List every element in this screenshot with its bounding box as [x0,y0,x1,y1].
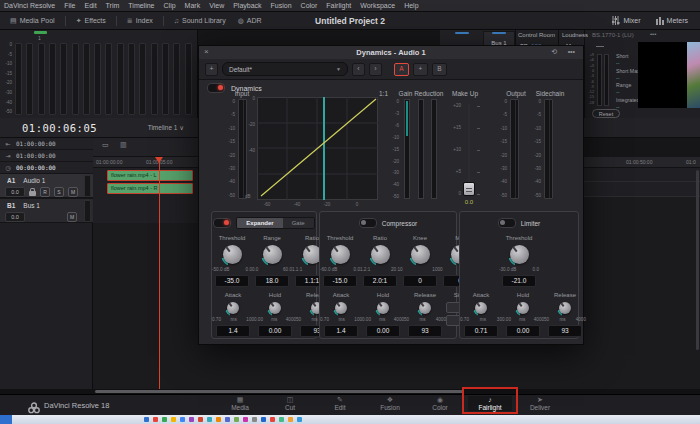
limiter-attack-value[interactable]: 0.71 [464,325,498,337]
add-preset-button[interactable]: + [205,63,218,76]
menu-timeline[interactable]: Timeline [128,2,154,9]
toolbar-index[interactable]: ≣Index [123,15,157,27]
tab-expander[interactable]: Expander [237,218,282,228]
compressor-ratio-knob[interactable] [369,243,392,266]
expander-threshold-value[interactable]: -35.0 [215,275,249,287]
page-tab-media[interactable]: ▦Media [218,396,262,411]
timeline-selector[interactable]: Timeline 1 ∨ [148,124,198,132]
limiter-attack-knob[interactable] [473,300,489,316]
menu-davinci-resolve[interactable]: DaVinci Resolve [4,2,55,9]
taskbar-icon[interactable] [225,417,230,422]
limiter-enable-toggle[interactable] [498,218,516,228]
taskbar-icon[interactable] [243,417,248,422]
toolbar-media-pool[interactable]: ▤Media Pool [6,15,59,27]
limiter-threshold-knob[interactable] [508,243,531,266]
page-tab-deliver[interactable]: ➤Deliver [518,396,562,411]
compressor-attack-value[interactable]: 1.4 [324,325,358,337]
menu-trim[interactable]: Trim [106,2,120,9]
expander-attack-knob[interactable] [225,300,241,316]
limiter-hold-knob[interactable] [515,300,531,316]
page-tab-fusion[interactable]: ❖Fusion [368,396,412,411]
page-tab-cut[interactable]: ◫Cut [268,396,312,411]
track-header-B1[interactable]: B1Bus 10.0M [0,199,93,223]
solo-button[interactable]: S [54,187,64,197]
loudness-options-icon[interactable]: ••• [650,31,656,37]
compressor-release-knob[interactable] [417,300,433,316]
lock-icon[interactable] [29,191,36,196]
audio-clip-left[interactable]: flower rain.mp4 - L [107,170,193,181]
expander-range-knob[interactable] [261,243,284,266]
options-icon[interactable]: ••• [568,48,575,55]
taskbar-icon[interactable] [234,417,239,422]
taskbar-icon[interactable] [216,417,221,422]
goto-end-icon[interactable]: ⇥ [0,152,16,159]
menu-fairlight[interactable]: Fairlight [326,2,351,9]
reset-button[interactable]: Reset [592,109,620,118]
goto-start-icon[interactable]: ⇤ [0,140,16,147]
menu-view[interactable]: View [209,2,224,9]
taskbar-icon[interactable] [279,417,284,422]
menu-color[interactable]: Color [301,2,318,9]
ab-copy-button[interactable]: + [413,63,428,76]
track-header-A1[interactable]: A1Audio 10.0RSM [0,174,93,198]
taskbar-icon[interactable] [144,417,149,422]
compressor-knee-knob[interactable] [409,243,432,266]
menu-edit[interactable]: Edit [85,2,97,9]
preset-dropdown[interactable]: Default* ▼ [222,62,348,76]
compressor-enable-toggle[interactable] [359,218,377,228]
toolbar-sound-library[interactable]: ♫Sound Library [170,15,230,26]
toolbar-effects[interactable]: ✦Effects [72,15,110,27]
menu-clip[interactable]: Clip [164,2,176,9]
audio-clip-right[interactable]: flower rain.mp4 - R [107,183,193,194]
limiter-release-knob[interactable] [557,300,573,316]
menu-workspace[interactable]: Workspace [360,2,395,9]
menu-help[interactable]: Help [404,2,418,9]
page-tab-edit[interactable]: ✎Edit [318,396,362,411]
taskbar-start[interactable] [0,415,12,424]
prev-preset-button[interactable]: ‹ [352,63,365,76]
taskbar-icon[interactable] [153,417,158,422]
limiter-hold-value[interactable]: 0.00 [506,325,540,337]
taskbar-icon[interactable] [288,417,293,422]
taskbar-icon[interactable] [162,417,167,422]
dialog-title-bar[interactable]: × Dynamics - Audio 1 ⟲ ••• [199,46,583,60]
compressor-hold-knob[interactable] [375,300,391,316]
limiter-threshold-value[interactable]: -21.0 [502,275,536,287]
track-gain-value[interactable]: 0.0 [5,212,25,222]
taskbar-icon[interactable] [252,417,257,422]
playhead-handle[interactable] [155,157,163,163]
ab-compare-a-button[interactable]: A [394,63,409,76]
track-gain-value[interactable]: 0.0 [5,187,25,197]
topbar-meters-button[interactable]: Meters [651,14,692,28]
toolbar-adr[interactable]: ◍ADR [234,15,266,27]
taskbar-icon[interactable] [207,417,212,422]
taskbar-icon[interactable] [198,417,203,422]
expander-hold-value[interactable]: 0.00 [258,325,292,337]
taskbar-icon[interactable] [297,417,302,422]
compressor-threshold-knob[interactable] [329,243,352,266]
compressor-release-value[interactable]: 93 [408,325,442,337]
compressor-threshold-value[interactable]: -15.0 [323,275,357,287]
limiter-release-value[interactable]: 93 [548,325,582,337]
compressor-attack-knob[interactable] [333,300,349,316]
dynamics-enable-toggle[interactable] [207,83,225,93]
next-preset-button[interactable]: › [369,63,382,76]
menu-mark[interactable]: Mark [185,2,201,9]
menu-file[interactable]: File [64,2,75,9]
page-tab-color[interactable]: ◉Color [418,396,462,411]
timeline-hscroll-thumb[interactable] [95,390,463,393]
duration-icon[interactable]: ◷ [0,164,16,171]
tab-gate[interactable]: Gate [283,218,314,228]
topbar-mixer-button[interactable]: Mixer [607,14,644,28]
expander-enable-toggle[interactable] [213,218,231,228]
ab-compare-b-button[interactable]: B [432,63,447,76]
mute-button[interactable]: M [67,212,77,222]
expander-hold-knob[interactable] [267,300,283,316]
expander-threshold-knob[interactable] [221,243,244,266]
history-icon[interactable]: ⟲ [551,48,557,56]
taskbar-icon[interactable] [189,417,194,422]
makeup-slider-track[interactable] [468,104,470,196]
v-scrollbar[interactable] [696,170,699,350]
compressor-ratio-value[interactable]: 2.0:1 [363,275,397,287]
compressor-hold-value[interactable]: 0.00 [366,325,400,337]
